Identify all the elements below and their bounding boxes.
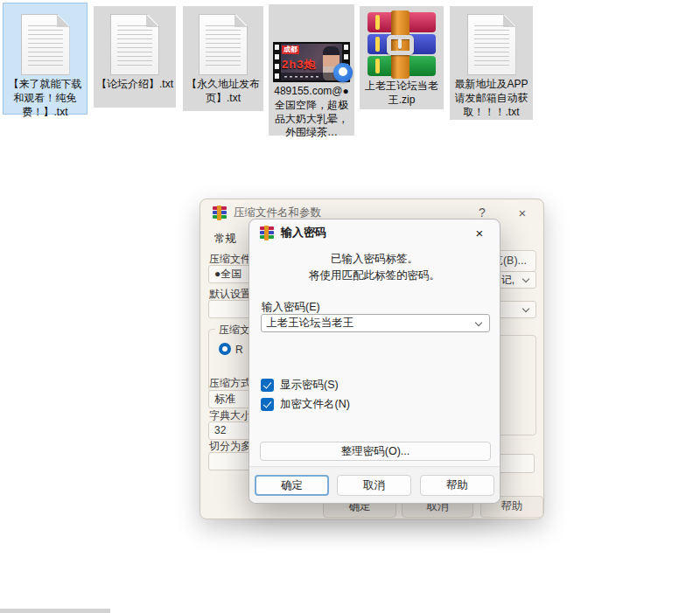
password-combobox[interactable] <box>261 314 490 332</box>
chevron-down-icon <box>522 305 529 312</box>
organize-passwords-button[interactable]: 整理密码(O)... <box>260 442 491 461</box>
dialog-title: 压缩文件名和参数 <box>234 205 321 220</box>
password-message-line2: 将使用匹配此标签的密码。 <box>249 268 500 284</box>
file-item[interactable]: 上老王论坛当老王.zip <box>360 6 444 109</box>
file-item[interactable]: 【论坛介绍】.txt <box>94 6 176 108</box>
file-item[interactable]: 最新地址及APP请发邮箱自动获取！！！.txt <box>450 6 533 120</box>
help-icon[interactable]: ? <box>473 205 491 219</box>
help-button[interactable]: 帮助 <box>420 475 494 496</box>
file-name: 【永久地址发布页】.txt <box>183 78 263 106</box>
chevron-down-icon <box>475 319 482 326</box>
file-item[interactable]: 【永久地址发布页】.txt <box>183 6 263 111</box>
dictionary-size-value: 32 <box>214 424 226 436</box>
compression-method-value: 标准 <box>214 393 235 405</box>
winrar-icon <box>213 206 227 219</box>
password-dialog-footer: 确定 取消 帮助 <box>249 466 500 503</box>
file-name: 【来了就能下载和观看！纯免费！】.txt <box>4 78 87 119</box>
close-icon[interactable]: × <box>514 205 531 220</box>
bottom-edge-strip <box>0 609 110 613</box>
filmstrip-holes-icon <box>273 43 281 81</box>
format-radio-label: R <box>235 344 243 356</box>
desktop: 【来了就能下载和观看！纯免费！】.txt 【论坛介绍】.txt 【永久地址发布页… <box>0 0 700 613</box>
file-name: 上老王论坛当老王.zip <box>360 80 444 108</box>
winrar-archive-icon <box>368 12 436 77</box>
text-file-icon <box>21 14 70 75</box>
file-name: 最新地址及APP请发邮箱自动获取！！！.txt <box>450 78 533 119</box>
file-item[interactable]: 成都 2h3炮 489155.com@●全国空降，超极品大奶大乳晕，外围绿茶… <box>269 4 354 136</box>
password-message-line1: 已输入密码标签。 <box>249 251 500 268</box>
compression-method-label: 压缩方式 <box>209 376 251 391</box>
show-password-row[interactable]: 显示密码(S) <box>261 378 339 393</box>
winrar-icon <box>260 226 274 240</box>
encrypt-filenames-label: 加密文件名(N) <box>280 397 350 412</box>
video-caption: 2h3炮 <box>282 57 316 73</box>
checkbox-checked-icon[interactable] <box>261 398 274 411</box>
file-name: 489155.com@●全国空降，超极品大奶大乳晕，外围绿茶… <box>269 85 354 140</box>
encrypt-filenames-row[interactable]: 加密文件名(N) <box>261 397 350 412</box>
location-badge: 成都 <box>282 45 299 54</box>
file-name: 【论坛介绍】.txt <box>94 78 176 92</box>
checkbox-checked-icon[interactable] <box>261 379 274 392</box>
password-input-label: 输入密码(E) <box>262 300 320 315</box>
cancel-button[interactable]: 取消 <box>337 475 411 496</box>
close-icon[interactable]: × <box>470 226 489 240</box>
dialog-title: 输入密码 <box>281 225 326 240</box>
ok-button[interactable]: 确定 <box>255 475 329 496</box>
password-dialog: 输入密码 × 已输入密码标签。 将使用匹配此标签的密码。 输入密码(E) 显示密… <box>248 219 500 504</box>
chevron-down-icon <box>522 275 529 282</box>
text-file-icon <box>110 14 159 75</box>
password-dialog-titlebar: 输入密码 × <box>249 219 500 246</box>
format-radio-selected[interactable] <box>219 343 231 355</box>
tab-general[interactable]: 常规 <box>209 229 242 249</box>
text-file-icon <box>467 14 516 75</box>
password-input[interactable] <box>266 315 467 331</box>
file-item-selected[interactable]: 【来了就能下载和观看！纯免费！】.txt <box>3 3 88 115</box>
show-password-label: 显示密码(S) <box>280 378 339 393</box>
text-file-icon <box>199 14 248 75</box>
video-thumbnail-icon: 成都 2h3炮 <box>273 42 350 82</box>
password-message: 已输入密码标签。 将使用匹配此标签的密码。 <box>249 251 500 285</box>
archive-name-value: ●全国 <box>214 268 242 280</box>
player-badge-icon <box>333 63 353 82</box>
